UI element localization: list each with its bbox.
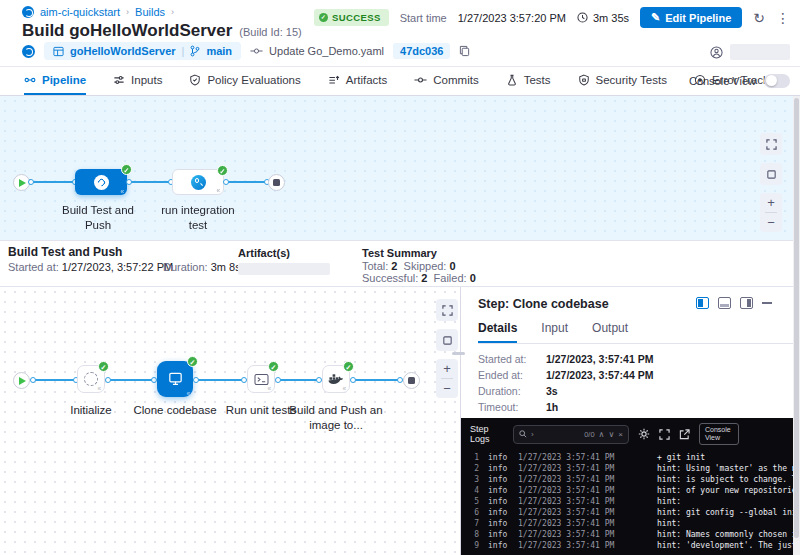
commit-icon	[250, 46, 263, 56]
refresh-button[interactable]: ↻	[753, 11, 765, 25]
commit-sha[interactable]: 47dc036	[393, 43, 450, 59]
log-settings-button[interactable]	[638, 428, 650, 440]
step-node-clone-codebase[interactable]: «	[157, 361, 193, 397]
zoom-controls: + −	[760, 193, 782, 232]
log-line: 2info1/27/2023 3:57:41 PMhint: Using 'ma…	[467, 463, 800, 474]
search-next-icon[interactable]: ∨	[608, 430, 614, 439]
stage-node-build-test-push[interactable]: «	[75, 169, 127, 195]
fit-to-screen-button[interactable]	[436, 329, 458, 351]
search-prompt: ›	[531, 430, 534, 439]
user-icon[interactable]	[710, 46, 723, 59]
zoom-in-button[interactable]: +	[443, 359, 451, 378]
stage-duration: Duration: 3m 8s	[163, 261, 241, 273]
step-edge-4	[279, 379, 318, 381]
tab-commits[interactable]: Commits	[414, 67, 478, 95]
ci-stage-icon	[94, 175, 109, 190]
minimize-panel-icon[interactable]	[762, 302, 772, 304]
stage-end-node[interactable]	[268, 174, 285, 191]
split-left-view-icon[interactable]	[696, 297, 709, 309]
step-start-node[interactable]	[13, 372, 30, 389]
repo-row: goHelloWorldServer | main Update Go_Demo…	[22, 42, 470, 60]
search-icon	[519, 430, 527, 438]
docker-icon	[328, 373, 344, 386]
breadcrumb-builds[interactable]: Builds	[135, 6, 165, 18]
step-node-initialize[interactable]: «	[77, 365, 105, 393]
tab-output[interactable]: Output	[592, 321, 628, 343]
console-view-button[interactable]: Console View	[699, 423, 739, 445]
tests-flask-icon	[506, 74, 518, 86]
branch-name[interactable]: main	[206, 45, 232, 57]
log-lines: 1info1/27/2023 3:57:41 PM+ git init 2inf…	[461, 449, 800, 551]
terminal-icon	[254, 373, 269, 386]
split-bottom-view-icon[interactable]	[718, 297, 731, 309]
build-tabbar: Pipeline Inputs Policy Evaluations Artif…	[0, 67, 800, 96]
step-node-run-unit-tests[interactable]: «	[247, 365, 275, 393]
tab-details[interactable]: Details	[478, 321, 517, 343]
kebab-menu-button[interactable]: ⋮	[776, 11, 790, 25]
redacted-username	[730, 44, 790, 60]
zoom-out-button[interactable]: −	[767, 213, 775, 232]
breadcrumb-project[interactable]: aim-ci-quickstart	[40, 6, 120, 18]
step-label[interactable]: Build and Push an image to...	[280, 403, 392, 433]
fullscreen-button[interactable]	[760, 133, 782, 155]
log-line: 7info1/27/2023 3:57:41 PMhint:	[467, 518, 800, 529]
tab-tests[interactable]: Tests	[506, 67, 551, 95]
success-check-icon	[121, 164, 132, 175]
log-search-box[interactable]: › 0/0 ∧ ∨ ×	[513, 425, 629, 444]
redacted-artifact-value	[238, 263, 330, 275]
copy-icon[interactable]	[459, 45, 470, 57]
check-icon: ✓	[319, 13, 328, 22]
harness-logo-icon	[22, 45, 35, 58]
edit-pipeline-button[interactable]: ✎ Edit Pipeline	[640, 7, 742, 28]
log-line: 3info1/27/2023 3:57:41 PMhint: is subjec…	[467, 474, 800, 485]
stage-label[interactable]: run integration test	[152, 203, 244, 233]
chevron-right-icon: ›	[126, 7, 129, 17]
step-logs-console: Step Logs › 0/0 ∧ ∨ × Console View 1i	[461, 418, 800, 555]
fullscreen-icon	[442, 305, 453, 316]
zoom-out-button[interactable]: −	[443, 379, 451, 398]
search-prev-icon[interactable]: ∧	[599, 430, 605, 439]
magnifier-icon	[195, 178, 200, 183]
open-in-new-button[interactable]	[679, 429, 690, 440]
tab-pipeline[interactable]: Pipeline	[24, 67, 86, 95]
start-time-label: Start time	[400, 12, 447, 24]
elapsed-time: 3m 35s	[577, 12, 629, 24]
step-end-node[interactable]	[403, 372, 420, 389]
step-node-build-and-push[interactable]: «	[322, 365, 350, 393]
step-panel-tabs: Details Input Output	[478, 321, 800, 344]
page-scrollbar[interactable]	[793, 96, 800, 555]
log-fullscreen-button[interactable]	[659, 429, 670, 440]
security-shield-icon	[578, 74, 590, 86]
search-match-count: 0/0	[584, 430, 594, 439]
search-close-icon[interactable]: ×	[618, 430, 623, 439]
stage-node-run-integration-test[interactable]: «	[172, 169, 224, 195]
commits-icon	[414, 75, 427, 85]
step-edge-2	[109, 379, 153, 381]
console-view-toggle[interactable]	[764, 74, 790, 88]
tab-policy-evaluations[interactable]: Policy Evaluations	[189, 67, 300, 95]
split-right-view-icon[interactable]	[740, 297, 753, 309]
fit-to-screen-button[interactable]	[760, 163, 782, 185]
pipeline-icon	[24, 74, 36, 86]
substeps-indicator: «	[186, 390, 190, 397]
stage-label[interactable]: Build Test and Push	[54, 203, 142, 233]
repo-branch-pill[interactable]: goHelloWorldServer | main	[44, 42, 241, 60]
tab-security-tests[interactable]: Security Tests	[578, 67, 667, 95]
step-canvas-controls: + −	[436, 299, 458, 398]
tab-input[interactable]: Input	[541, 321, 568, 343]
policy-shield-icon	[189, 74, 201, 86]
zoom-in-button[interactable]: +	[767, 193, 775, 212]
repo-name[interactable]: goHelloWorldServer	[70, 45, 176, 57]
fullscreen-button[interactable]	[436, 299, 458, 321]
stage-canvas-controls: + −	[760, 133, 782, 232]
tab-artifacts[interactable]: Artifacts	[328, 67, 388, 95]
artifacts-icon	[328, 74, 340, 86]
tab-inputs[interactable]: Inputs	[113, 67, 162, 95]
stage-edge-2	[130, 181, 170, 183]
substeps-indicator: «	[97, 385, 101, 392]
play-icon	[19, 377, 26, 385]
panel-resize-handle[interactable]	[452, 352, 465, 355]
scrollbar-thumb[interactable]	[794, 98, 799, 538]
success-check-icon	[343, 361, 354, 372]
search-input[interactable]	[538, 429, 581, 439]
